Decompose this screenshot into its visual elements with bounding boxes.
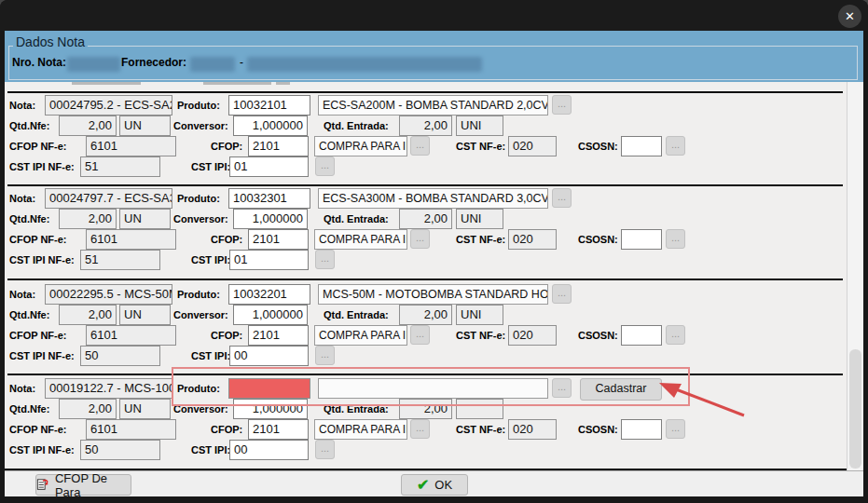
- produto-label: Produto:: [177, 378, 220, 399]
- cfop-nfe-field: 6101: [86, 325, 176, 346]
- cst-ipi-lookup-button[interactable]: ...: [315, 156, 335, 176]
- cfop-field[interactable]: 2101: [248, 229, 309, 250]
- csosn-lookup-button[interactable]: ...: [666, 325, 685, 345]
- csosn-label: CSOSN:: [578, 136, 618, 156]
- cfop-field[interactable]: 2101: [248, 136, 309, 156]
- csosn-lookup-button[interactable]: ...: [666, 229, 685, 249]
- uni-field: UNI: [456, 209, 503, 229]
- close-icon[interactable]: ✕: [838, 5, 861, 28]
- cfop-nfe-field: 6101: [86, 136, 176, 156]
- qtd-entrada-field: 2,00: [399, 116, 452, 136]
- ok-check-icon: ✔: [417, 479, 429, 492]
- conversor-field[interactable]: 1,000000: [233, 305, 308, 325]
- cst-ipi-field[interactable]: 00: [229, 346, 309, 366]
- cfop-lookup-button[interactable]: ...: [410, 419, 430, 439]
- clipped-row-fragment: [72, 82, 141, 85]
- cst-ipi-lookup-button[interactable]: ...: [315, 250, 335, 269]
- produto-lookup-button[interactable]: ...: [552, 378, 572, 398]
- produto-field[interactable]: 10032101: [228, 95, 310, 116]
- csosn-field[interactable]: [621, 325, 662, 346]
- conversor-field[interactable]: 1,000000: [233, 209, 308, 229]
- cfop-descricao-field: COMPRA PARA INI: [314, 229, 407, 250]
- cfop-nfe-label: CFOP NF-e:: [9, 136, 67, 156]
- csosn-field[interactable]: [621, 229, 662, 250]
- conversor-label: Conversor:: [173, 399, 228, 419]
- conversor-field[interactable]: 1,000000: [233, 116, 308, 136]
- cst-ipi-nfe-label: CST IPI NF-e:: [9, 440, 75, 460]
- cfop-label: CFOP:: [211, 419, 242, 440]
- cadastrar-button[interactable]: Cadastrar: [580, 378, 662, 401]
- fornecedor-separator: -: [240, 56, 243, 69]
- un-field: UN: [119, 209, 171, 229]
- cst-nfe-field: 020: [508, 419, 557, 440]
- nota-field: 00019122.7 - MCS-100M -: [45, 378, 172, 399]
- dados-nota-dialog: ✕ Dados Nota Nro. Nota: Fornecedor: - No…: [0, 0, 868, 503]
- produto-field[interactable]: 10032201: [228, 284, 310, 305]
- cfop-descricao-field: COMPRA PARA INI: [314, 419, 407, 440]
- csosn-lookup-button[interactable]: ...: [666, 136, 685, 156]
- csosn-lookup-button[interactable]: ...: [666, 419, 685, 439]
- cfop-field[interactable]: 2101: [248, 419, 309, 440]
- cst-ipi-nfe-label: CST IPI NF-e:: [9, 250, 75, 270]
- nota-field: 00024795.2 - ECS-SA200M: [45, 95, 172, 116]
- cfop-de-para-button[interactable]: CFOP De Para: [35, 474, 131, 496]
- cst-nfe-label: CST NF-e:: [456, 136, 505, 156]
- nro-nota-value-redacted: [67, 57, 120, 72]
- nota-field: 00022295.5 - MCS-50M - M: [45, 284, 172, 305]
- cfop-lookup-button[interactable]: ...: [410, 136, 430, 156]
- nota-field: 00024797.7 - ECS-SA300M: [45, 188, 172, 209]
- produto-lookup-button[interactable]: ...: [552, 95, 572, 115]
- cst-ipi-lookup-button[interactable]: ...: [315, 440, 335, 459]
- uni-field: UNI: [456, 116, 503, 136]
- cfop-de-para-icon: [36, 478, 49, 492]
- cfop-field[interactable]: 2101: [248, 325, 309, 346]
- qtd-entrada-field: 2,00: [399, 209, 452, 229]
- cfop-de-para-label: CFOP De Para: [55, 471, 131, 499]
- conversor-label: Conversor:: [173, 209, 228, 229]
- produto-field[interactable]: 10032301: [228, 188, 310, 209]
- cfop-nfe-label: CFOP NF-e:: [9, 229, 67, 250]
- qtd-nfe-label: Qtd.Nfe:: [9, 305, 49, 325]
- csosn-field[interactable]: [621, 419, 662, 440]
- qtd-nfe-label: Qtd.Nfe:: [9, 399, 49, 419]
- cst-ipi-field[interactable]: 00: [229, 440, 309, 460]
- cst-ipi-nfe-field: 50: [80, 440, 160, 460]
- nro-nota-label: Nro. Nota:: [12, 56, 66, 69]
- ok-button[interactable]: ✔ OK: [401, 474, 468, 496]
- conversor-label: Conversor:: [173, 116, 228, 136]
- qtd-entrada-field: 2,00: [399, 305, 452, 325]
- dialog-title: Dados Nota: [13, 34, 88, 49]
- row-separator: [7, 374, 843, 375]
- item-row-4: Nota: 00019122.7 - MCS-100M - Produto: .…: [0, 376, 868, 466]
- cst-nfe-field: 020: [508, 325, 557, 346]
- qtd-nfe-label: Qtd.Nfe:: [9, 116, 49, 136]
- cfop-lookup-button[interactable]: ...: [410, 229, 430, 249]
- produto-descricao-field: ECS-SA200M - BOMBA STANDARD 2,0CV 60: [318, 95, 548, 116]
- qtd-entrada-label: Qtd. Entrada:: [324, 305, 389, 325]
- produto-lookup-button[interactable]: ...: [552, 188, 572, 208]
- cfop-nfe-field: 6101: [86, 419, 176, 440]
- cst-ipi-field[interactable]: 01: [229, 250, 309, 270]
- qtd-nfe-field: 2,00: [59, 209, 117, 229]
- conversor-field[interactable]: 1,000000: [233, 399, 308, 419]
- cst-ipi-lookup-button[interactable]: ...: [315, 346, 335, 365]
- cfop-label: CFOP:: [211, 325, 242, 346]
- un-field: UN: [119, 399, 171, 419]
- un-field: UN: [119, 305, 171, 325]
- produto-label: Produto:: [177, 188, 220, 209]
- produto-field-missing[interactable]: [228, 378, 310, 399]
- cfop-lookup-button[interactable]: ...: [410, 325, 430, 345]
- produto-lookup-button[interactable]: ...: [552, 284, 572, 304]
- csosn-field[interactable]: [621, 136, 662, 156]
- produto-descricao-field: [318, 378, 548, 399]
- cfop-descricao-field: COMPRA PARA INI: [314, 136, 407, 156]
- qtd-nfe-field: 2,00: [59, 305, 117, 325]
- produto-descricao-field: MCS-50M - MOTOBOMBA STANDARD HOBBY: [318, 284, 548, 305]
- cst-ipi-nfe-label: CST IPI NF-e:: [9, 156, 75, 177]
- item-row-1: Nota: 00024795.2 - ECS-SA200M Produto: 1…: [0, 93, 868, 183]
- cst-ipi-field[interactable]: 01: [229, 156, 309, 177]
- cst-nfe-field: 020: [508, 136, 557, 156]
- qtd-entrada-field: 2,00: [399, 399, 452, 419]
- fornecedor-code-redacted: [190, 57, 235, 72]
- nota-label: Nota:: [9, 284, 35, 305]
